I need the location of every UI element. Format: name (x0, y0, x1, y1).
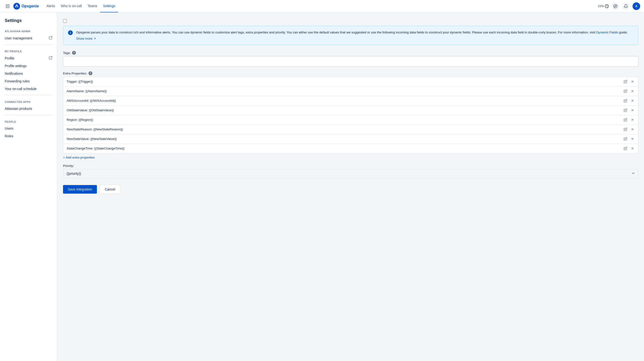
delete-extra-prop-btn[interactable] (630, 118, 635, 122)
sidebar-item-notifications[interactable]: Notifications (0, 70, 57, 77)
nav-settings[interactable]: Settings (100, 0, 118, 12)
extra-prop-actions (623, 136, 635, 141)
delete-extra-prop-btn[interactable] (630, 79, 635, 84)
priority-section: Priority: {{priority}} (63, 164, 638, 178)
notifications-icon-btn[interactable] (622, 2, 630, 10)
sidebar-item-profile[interactable]: Profile (0, 54, 57, 62)
svg-rect-7 (7, 7, 8, 8)
sidebar-item-on-call-schedule[interactable]: Your on-call schedule (0, 85, 57, 93)
edit-extra-prop-btn[interactable] (623, 89, 628, 93)
save-integration-btn[interactable]: Save Integration (63, 185, 97, 194)
tags-input[interactable] (63, 56, 638, 66)
grid-menu-icon[interactable] (4, 2, 12, 10)
sidebar-item-user-management[interactable]: User management (0, 34, 57, 42)
compass-icon-btn[interactable] (612, 2, 619, 10)
nav-teams[interactable]: Teams (85, 0, 100, 12)
checkbox-row (63, 17, 638, 26)
svg-rect-0 (6, 4, 7, 5)
select-checkbox[interactable] (63, 19, 67, 23)
sidebar-section-atlassian-admin: ATLASSIAN ADMIN (0, 27, 57, 34)
extra-properties-section: Extra Properties: ? Trigger: {{Trigger}} (63, 72, 638, 159)
usage-percent[interactable]: 16% (598, 4, 609, 8)
user-avatar[interactable]: A (632, 2, 640, 10)
extra-properties-list: Trigger: {{Trigger}} AlarmName: {{AlarmN… (63, 77, 638, 153)
priority-label: Priority: (63, 164, 638, 168)
cancel-btn[interactable]: Cancel (100, 185, 120, 194)
sidebar-section-people: PEOPLE (0, 118, 57, 125)
extra-prop-row: Region: {{Region}} (63, 115, 638, 125)
extra-properties-label: Extra Properties: ? (63, 72, 638, 75)
app-logo[interactable]: Opsgenie (13, 3, 39, 10)
priority-select-wrap: {{priority}} (63, 169, 638, 178)
priority-select[interactable]: {{priority}} (63, 169, 638, 178)
extra-prop-row: NewStateReason: {{NewStateReason}} (63, 125, 638, 134)
info-text: Opsgenie parses your data to construct r… (76, 30, 628, 41)
extra-properties-help-icon[interactable]: ? (88, 72, 92, 75)
topnav-right: 16% A (598, 2, 640, 10)
edit-extra-prop-btn[interactable] (623, 127, 628, 132)
edit-extra-prop-btn[interactable] (623, 146, 628, 151)
nav-who-is-on-call[interactable]: Who is on-call (58, 0, 85, 12)
extra-prop-row: AWSAccountId: {{AWSAccountId}} (63, 96, 638, 106)
app-name: Opsgenie (22, 4, 39, 8)
external-link-icon (49, 36, 52, 40)
sidebar-divider-3 (5, 115, 52, 115)
extra-prop-actions (623, 118, 635, 122)
sidebar-item-atlassian-products[interactable]: Atlassian products (0, 105, 57, 112)
show-more-btn[interactable]: Show more (76, 36, 97, 41)
delete-extra-prop-btn[interactable] (630, 89, 635, 93)
edit-extra-prop-btn[interactable] (623, 79, 628, 84)
extra-prop-actions (623, 127, 635, 132)
extra-prop-actions (623, 79, 635, 84)
nav-alerts[interactable]: Alerts (44, 0, 58, 12)
delete-extra-prop-btn[interactable] (630, 146, 635, 151)
info-box: i Opsgenie parses your data to construct… (63, 26, 638, 45)
svg-rect-3 (6, 6, 7, 6)
sidebar-title: Settings (0, 16, 57, 27)
sidebar-divider-1 (5, 44, 52, 45)
add-extra-properties-btn[interactable]: + Add extra properties (63, 156, 94, 159)
tags-section: Tags: ? (63, 51, 638, 66)
sidebar-section-connected-apps: CONNECTED APPS (0, 98, 57, 105)
svg-rect-6 (6, 7, 7, 8)
extra-prop-value: Region: {{Region}} (66, 118, 93, 122)
sidebar-item-forwarding-rules[interactable]: Forwarding rules (0, 77, 57, 85)
extra-prop-row: AlarmName: {{AlarmName}} (63, 86, 638, 96)
sidebar-item-roles[interactable]: Roles (0, 132, 57, 140)
extra-prop-value: StateChangeTime: {{StateChangeTime}} (66, 146, 124, 150)
delete-extra-prop-btn[interactable] (630, 108, 635, 112)
extra-prop-actions (623, 98, 635, 103)
delete-extra-prop-btn[interactable] (630, 98, 635, 103)
tags-label: Tags: ? (63, 51, 638, 55)
edit-extra-prop-btn[interactable] (623, 108, 628, 112)
sidebar-item-users[interactable]: Users (0, 125, 57, 132)
extra-prop-row: OldStateValue: {{OldStateValue}} (63, 106, 638, 115)
extra-prop-row: Trigger: {{Trigger}} (63, 77, 638, 86)
edit-extra-prop-btn[interactable] (623, 98, 628, 103)
delete-extra-prop-btn[interactable] (630, 136, 635, 141)
edit-extra-prop-btn[interactable] (623, 118, 628, 122)
extra-prop-value: AlarmName: {{AlarmName}} (66, 89, 107, 93)
extra-prop-value: Trigger: {{Trigger}} (66, 80, 93, 83)
svg-rect-8 (8, 7, 9, 8)
svg-rect-2 (8, 4, 9, 5)
extra-prop-actions (623, 108, 635, 112)
actions-bar: Save Integration Cancel (63, 185, 638, 194)
topnav-links: Alerts Who is on-call Teams Settings (44, 0, 118, 12)
extra-prop-actions (623, 89, 635, 93)
extra-prop-value: NewStateValue: {{NewStateValue}} (66, 137, 117, 141)
external-link-icon-profile (49, 56, 52, 60)
tags-help-icon[interactable]: ? (72, 51, 76, 55)
sidebar-item-profile-settings[interactable]: Profile settings (0, 62, 57, 70)
delete-extra-prop-btn[interactable] (630, 127, 635, 132)
extra-prop-value: OldStateValue: {{OldStateValue}} (66, 108, 114, 112)
info-icon: i (68, 30, 73, 41)
svg-point-9 (13, 3, 20, 10)
svg-rect-5 (8, 6, 9, 6)
dynamic-fields-link[interactable]: Dynamic Fields (596, 30, 618, 34)
extra-prop-row: StateChangeTime: {{StateChangeTime}} (63, 144, 638, 153)
svg-point-11 (614, 4, 617, 8)
main-content: i Opsgenie parses your data to construct… (57, 12, 644, 361)
extra-prop-value: AWSAccountId: {{AWSAccountId}} (66, 99, 116, 102)
edit-extra-prop-btn[interactable] (623, 136, 628, 141)
